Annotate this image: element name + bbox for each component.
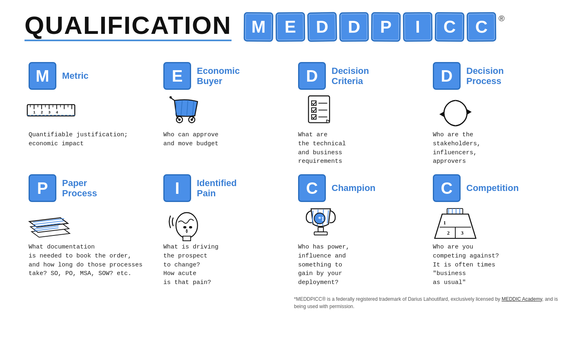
svg-text:2: 2 bbox=[41, 110, 43, 114]
svg-rect-55 bbox=[314, 232, 327, 235]
svg-rect-54 bbox=[318, 227, 323, 232]
cart-icon bbox=[163, 95, 208, 127]
card-champion: C Champion bbox=[294, 170, 429, 291]
letter-D1: D bbox=[307, 12, 337, 42]
checklist-icon bbox=[298, 95, 343, 127]
card-competition-desc: Who are youcompeting against?It is often… bbox=[433, 243, 555, 287]
footer-spacer bbox=[24, 291, 294, 310]
card-decision-criteria-desc: What arethe technicaland businessrequire… bbox=[298, 131, 421, 166]
card-competition: C Competition bbox=[429, 170, 564, 291]
card-economic-buyer-desc: Who can approveand move budget bbox=[163, 131, 286, 149]
footer: *MEDDPICC® is a federally registered tra… bbox=[294, 291, 564, 310]
registered-symbol: ® bbox=[499, 14, 505, 23]
trophy-icon: *1 bbox=[298, 207, 343, 240]
card-identified-pain-title: IdentifiedPain bbox=[197, 178, 237, 199]
ruler-icon: 1 2 3 4 bbox=[29, 95, 74, 127]
svg-point-48 bbox=[183, 226, 187, 229]
letter-E: E bbox=[276, 12, 305, 42]
letter-I: I bbox=[403, 12, 433, 42]
card-decision-criteria: D DecisionCriteria bbox=[294, 58, 429, 170]
svg-text:3: 3 bbox=[461, 230, 463, 236]
papers-icon bbox=[29, 207, 74, 240]
svg-text:4: 4 bbox=[56, 110, 58, 114]
svg-marker-36 bbox=[467, 109, 472, 115]
letter-D2: D bbox=[339, 12, 369, 42]
card-economic-buyer-header: E EconomicBuyer bbox=[163, 62, 286, 90]
card-decision-criteria-header: D DecisionCriteria bbox=[298, 62, 421, 90]
card-letter-C2: C bbox=[433, 174, 461, 202]
card-champion-title: Champion bbox=[332, 183, 376, 193]
svg-rect-47 bbox=[183, 236, 191, 240]
svg-text:3: 3 bbox=[49, 110, 51, 114]
letter-P: P bbox=[371, 12, 401, 42]
card-letter-C1: C bbox=[298, 174, 326, 202]
card-letter-D2: D bbox=[433, 62, 461, 90]
card-letter-P: P bbox=[29, 174, 56, 202]
meddpicc-letters: M E D D P I C C ® bbox=[244, 12, 505, 42]
card-paper-process-title: PaperProcess bbox=[62, 178, 97, 199]
svg-rect-58 bbox=[447, 208, 463, 214]
svg-point-46 bbox=[176, 213, 198, 238]
card-competition-title: Competition bbox=[466, 183, 519, 193]
card-decision-process-desc: Who are thestakeholders,influencers,appr… bbox=[433, 131, 555, 166]
svg-text:2: 2 bbox=[447, 230, 450, 236]
card-decision-process-title: DecisionProcess bbox=[466, 66, 504, 87]
letter-C2: C bbox=[467, 12, 497, 42]
card-champion-header: C Champion bbox=[298, 174, 421, 202]
card-paper-process-desc: What documentationis needed to book the … bbox=[29, 243, 151, 278]
card-paper-process-header: P PaperProcess bbox=[29, 174, 151, 202]
card-metric: M Metric bbox=[24, 58, 159, 170]
header: QUALIFICATION M E D D P I C C ® bbox=[24, 12, 564, 42]
card-letter-E: E bbox=[163, 62, 191, 90]
svg-text:*1: *1 bbox=[318, 215, 324, 222]
card-letter-I: I bbox=[163, 174, 191, 202]
card-metric-title: Metric bbox=[62, 71, 89, 81]
meddic-academy-link[interactable]: MEDDIC Academy bbox=[501, 296, 542, 302]
svg-text:1: 1 bbox=[443, 220, 446, 226]
card-identified-pain-header: I IdentifiedPain bbox=[163, 174, 286, 202]
page-title: QUALIFICATION bbox=[24, 13, 232, 41]
svg-point-49 bbox=[189, 226, 192, 229]
card-champion-desc: Who has power,influence andsomething tog… bbox=[298, 243, 421, 287]
card-decision-criteria-title: DecisionCriteria bbox=[332, 66, 369, 87]
card-metric-desc: Quantifiable justification;economic impa… bbox=[29, 131, 151, 149]
card-letter-M: M bbox=[29, 62, 56, 90]
svg-point-22 bbox=[169, 96, 172, 99]
card-decision-process-header: D DecisionProcess bbox=[433, 62, 555, 90]
cycle-icon bbox=[433, 95, 478, 127]
brain-icon bbox=[163, 207, 208, 240]
card-economic-buyer-title: EconomicBuyer bbox=[197, 66, 240, 87]
card-economic-buyer: E EconomicBuyer bbox=[159, 58, 294, 170]
card-decision-process: D DecisionProcess Who are thestakeholder… bbox=[429, 58, 564, 170]
card-metric-header: M Metric bbox=[29, 62, 151, 90]
svg-marker-37 bbox=[439, 111, 444, 117]
letter-C1: C bbox=[435, 12, 465, 42]
card-identified-pain-desc: What is drivingthe prospectto change?How… bbox=[163, 243, 286, 287]
footer-text: *MEDDPICC® is a federally registered tra… bbox=[294, 296, 558, 309]
pyramid-icon: 1 2 3 bbox=[433, 207, 478, 240]
card-letter-D1: D bbox=[298, 62, 326, 90]
content-grid: M Metric bbox=[24, 58, 564, 310]
svg-point-25 bbox=[178, 118, 180, 121]
svg-text:1: 1 bbox=[33, 110, 36, 114]
card-identified-pain: I IdentifiedPain bbox=[159, 170, 294, 291]
letter-M: M bbox=[244, 12, 274, 42]
card-competition-header: C Competition bbox=[433, 174, 555, 202]
page-wrapper: QUALIFICATION M E D D P I C C ® M Metric bbox=[0, 0, 588, 364]
card-paper-process: P PaperProcess bbox=[24, 170, 159, 291]
